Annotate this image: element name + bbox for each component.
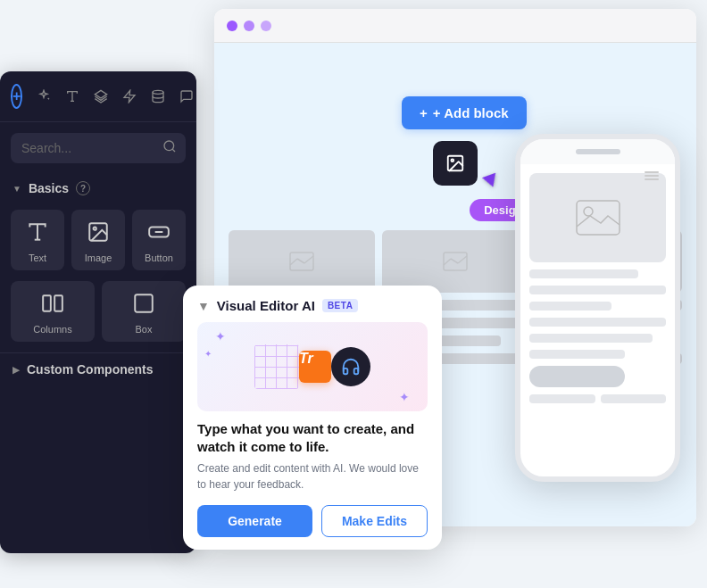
basics-section-header: ▼ Basics ? bbox=[0, 174, 196, 203]
phone-mockup bbox=[515, 134, 680, 482]
svg-point-25 bbox=[94, 228, 96, 230]
ai-panel-heading: Type what you want to create, and watch … bbox=[197, 420, 428, 455]
ai-panel: ▼ Visual Editor AI BETA Tr ✦ ✦ ✦ Type wh… bbox=[183, 286, 442, 550]
block-button[interactable]: Button bbox=[132, 210, 186, 270]
ai-panel-header: ▼ Visual Editor AI BETA bbox=[183, 286, 442, 322]
image-block-label: Image bbox=[85, 253, 112, 263]
svg-line-14 bbox=[48, 98, 49, 99]
block-text[interactable]: Text bbox=[11, 210, 64, 270]
ai-panel-title: Visual Editor AI bbox=[217, 298, 315, 313]
sidebar-toolbar: + bbox=[0, 71, 196, 122]
block-box[interactable]: Box bbox=[102, 281, 186, 342]
make-edits-button[interactable]: Make Edits bbox=[321, 505, 428, 537]
block-image[interactable]: Image bbox=[71, 210, 125, 270]
basics-label: Basics bbox=[29, 181, 69, 195]
dot-maximize bbox=[261, 21, 271, 31]
svg-line-21 bbox=[172, 149, 175, 152]
svg-line-5 bbox=[304, 256, 313, 263]
layers-icon[interactable] bbox=[94, 85, 108, 108]
phone-notch-area bbox=[520, 139, 675, 164]
image-icon-float bbox=[433, 141, 478, 186]
svg-line-3 bbox=[290, 259, 297, 265]
chat-icon[interactable] bbox=[179, 85, 194, 108]
ai-text-element: Tr bbox=[299, 351, 331, 383]
svg-rect-30 bbox=[135, 294, 153, 312]
chevron-right-icon: ▶ bbox=[12, 365, 20, 375]
search-input[interactable] bbox=[11, 133, 186, 163]
dot-close bbox=[227, 21, 237, 31]
svg-line-7 bbox=[444, 259, 451, 265]
sidebar-panel: + bbox=[0, 71, 196, 553]
add-block-label: + Add block bbox=[433, 105, 509, 120]
blocks-grid: Text Image Button bbox=[0, 203, 196, 277]
ai-headphone-element bbox=[331, 347, 370, 386]
custom-components-label: Custom Components bbox=[27, 362, 154, 377]
ai-panel-chevron-icon: ▼ bbox=[197, 299, 210, 313]
blocks-grid-2: Columns Box bbox=[0, 277, 196, 345]
svg-point-20 bbox=[164, 141, 174, 151]
dot-minimize bbox=[244, 21, 254, 31]
cursor-pointer bbox=[482, 173, 500, 190]
text-block-icon bbox=[26, 220, 49, 247]
sparkle-icon-1: ✦ bbox=[215, 329, 226, 344]
browser-titlebar bbox=[214, 9, 696, 43]
box-block-label: Box bbox=[136, 324, 153, 335]
ai-panel-badge: BETA bbox=[322, 299, 358, 312]
svg-line-8 bbox=[451, 259, 458, 263]
plus-icon: + bbox=[420, 105, 428, 120]
image-block-icon bbox=[87, 220, 110, 247]
svg-point-32 bbox=[584, 207, 593, 216]
sparkle-icon-3: ✦ bbox=[204, 349, 212, 359]
sparkle-icon-2: ✦ bbox=[399, 390, 410, 404]
add-block-button[interactable]: + + Add block bbox=[402, 96, 527, 129]
search-button[interactable] bbox=[162, 139, 177, 157]
custom-components-section[interactable]: ▶ Custom Components bbox=[0, 352, 196, 385]
svg-line-4 bbox=[297, 259, 304, 263]
phone-hamburger-icon bbox=[645, 171, 659, 180]
svg-marker-18 bbox=[124, 90, 135, 102]
block-columns[interactable]: Columns bbox=[11, 281, 95, 342]
phone-content bbox=[520, 164, 675, 412]
ai-grid-element bbox=[254, 344, 299, 389]
bolt-icon[interactable] bbox=[122, 85, 137, 108]
ai-panel-body: Type what you want to create, and watch … bbox=[183, 420, 442, 550]
generate-button[interactable]: Generate bbox=[197, 505, 312, 537]
svg-point-19 bbox=[153, 90, 163, 94]
search-container bbox=[11, 133, 186, 163]
button-block-label: Button bbox=[145, 253, 173, 263]
help-icon: ? bbox=[76, 181, 90, 195]
ai-panel-buttons: Generate Make Edits bbox=[197, 505, 428, 537]
phone-notch bbox=[576, 149, 620, 154]
type-icon[interactable] bbox=[65, 85, 79, 108]
database-icon[interactable] bbox=[151, 85, 165, 108]
columns-block-icon bbox=[41, 292, 64, 319]
svg-point-1 bbox=[451, 159, 453, 161]
phone-image-placeholder bbox=[529, 173, 666, 262]
button-block-icon bbox=[147, 220, 171, 247]
svg-rect-31 bbox=[577, 201, 620, 235]
ai-panel-subtext: Create and edit content with AI. We woul… bbox=[197, 460, 428, 493]
ai-panel-illustration: Tr ✦ ✦ ✦ bbox=[197, 322, 428, 411]
chevron-down-icon: ▼ bbox=[12, 184, 21, 194]
box-block-icon bbox=[132, 292, 155, 319]
svg-rect-28 bbox=[43, 295, 51, 311]
text-block-label: Text bbox=[29, 253, 46, 263]
add-element-button[interactable]: + bbox=[11, 84, 22, 109]
wand-icon[interactable] bbox=[37, 85, 51, 108]
svg-line-9 bbox=[458, 256, 467, 263]
svg-rect-29 bbox=[54, 295, 62, 311]
columns-block-label: Columns bbox=[33, 324, 71, 335]
